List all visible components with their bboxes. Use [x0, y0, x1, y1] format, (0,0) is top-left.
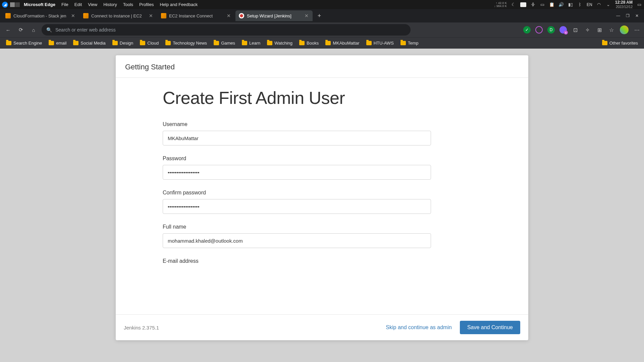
- menu-view[interactable]: View: [85, 2, 100, 7]
- extension-icon[interactable]: D: [547, 26, 555, 34]
- home-button[interactable]: ⌂: [29, 25, 38, 35]
- menu-edit[interactable]: Edit: [72, 2, 85, 7]
- close-icon[interactable]: ✕: [304, 13, 309, 18]
- wizard-header: Getting Started: [116, 55, 528, 78]
- aws-icon: [83, 13, 89, 18]
- bookmark-folder[interactable]: Books: [297, 39, 321, 47]
- workspace-tiles[interactable]: [10, 2, 20, 7]
- email-label: E-mail address: [163, 258, 488, 264]
- wifi-icon[interactable]: ◠: [596, 2, 602, 7]
- extensions-icon[interactable]: ✧: [584, 26, 591, 34]
- menu-tools[interactable]: Tools: [120, 2, 136, 7]
- minimize-button[interactable]: —: [616, 13, 621, 18]
- bluetooth-icon[interactable]: ᛒ: [577, 2, 583, 7]
- extension-badge-icon[interactable]: 6: [559, 26, 567, 34]
- menu-file[interactable]: File: [59, 2, 71, 7]
- new-tab-button[interactable]: +: [315, 11, 324, 20]
- confirm-password-field[interactable]: [163, 199, 431, 214]
- clipboard-icon[interactable]: 📋: [549, 2, 554, 7]
- close-icon[interactable]: ✕: [70, 13, 76, 18]
- app-name: Microsoft Edge: [24, 2, 55, 7]
- folder-icon: [242, 41, 247, 45]
- folder-icon: [299, 41, 305, 45]
- notifications-icon[interactable]: ⸎: [530, 2, 536, 7]
- camera-icon[interactable]: ⊡: [572, 26, 579, 34]
- maximize-button[interactable]: ❐: [625, 13, 630, 18]
- confirm-password-label: Confirm password: [163, 190, 488, 196]
- close-icon[interactable]: ✕: [226, 13, 231, 18]
- profile-avatar[interactable]: [620, 25, 629, 34]
- more-icon[interactable]: ⋯: [633, 26, 641, 34]
- refresh-button[interactable]: ⟳: [16, 25, 25, 35]
- bookmark-folder[interactable]: MKAbuMattar: [323, 39, 362, 47]
- bookmark-folder[interactable]: Games: [211, 39, 238, 47]
- menu-help[interactable]: Help and Feedback: [157, 2, 200, 7]
- page-title: Create First Admin User: [163, 88, 488, 108]
- password-field[interactable]: [163, 165, 431, 180]
- folder-icon: [366, 41, 372, 45]
- menu-profiles[interactable]: Profiles: [137, 2, 156, 7]
- bookmark-folder[interactable]: Search Engine: [3, 39, 45, 47]
- back-button[interactable]: ←: [3, 25, 13, 35]
- aws-icon: [161, 13, 166, 18]
- wizard-body[interactable]: Create First Admin User Username Passwor…: [116, 78, 528, 314]
- favorites-icon[interactable]: ☆: [608, 26, 615, 34]
- collections-icon[interactable]: ⊞: [596, 26, 603, 34]
- clock[interactable]: 12:28 AM 2022/12/12: [615, 0, 633, 8]
- fullname-field[interactable]: [163, 233, 431, 248]
- battery-icon[interactable]: ▮▯: [568, 2, 573, 7]
- folder-icon: [140, 41, 145, 45]
- bookmark-folder[interactable]: Temp: [398, 39, 421, 47]
- monitor-icon[interactable]: ▭: [540, 2, 545, 7]
- aws-icon: [5, 13, 11, 18]
- folder-icon: [49, 41, 54, 45]
- power-icon[interactable]: ▭: [637, 2, 642, 7]
- menu-history[interactable]: History: [101, 2, 119, 7]
- folder-icon: [400, 41, 406, 45]
- bookmark-folder[interactable]: Social Media: [70, 39, 108, 47]
- folder-icon: [6, 41, 11, 45]
- network-stats: ↑ 42.0 K↓ 984.0 K: [494, 2, 507, 8]
- chevron-down-icon[interactable]: ⌄: [606, 2, 611, 7]
- bookmark-folder[interactable]: Cloud: [137, 39, 161, 47]
- folder-icon: [325, 41, 331, 45]
- tab-jenkins-wizard[interactable]: Setup Wizard [Jenkins] ✕: [235, 10, 313, 21]
- bookmark-folder[interactable]: Design: [110, 39, 136, 47]
- folder-icon: [267, 41, 272, 45]
- folder-icon: [602, 41, 607, 45]
- moon-icon[interactable]: ☾: [511, 2, 516, 7]
- other-favorites[interactable]: Other favorites: [599, 39, 641, 47]
- skip-button[interactable]: Skip and continue as admin: [386, 324, 452, 330]
- tracker-icon[interactable]: [535, 26, 543, 34]
- save-continue-button[interactable]: Save and Continue: [460, 321, 520, 334]
- setup-wizard-dialog: Getting Started Create First Admin User …: [116, 55, 528, 340]
- shield-icon[interactable]: ✓: [523, 26, 531, 34]
- bookmark-folder[interactable]: Technology News: [163, 39, 210, 47]
- close-window-button[interactable]: ✕: [635, 13, 639, 18]
- browser-toolbar: ← ⟳ ⌂ 🔍 Search or enter web address ✓ D …: [0, 22, 644, 37]
- folder-icon: [214, 41, 219, 45]
- bookmark-folder[interactable]: email: [46, 39, 69, 47]
- jenkins-icon: [239, 13, 244, 18]
- tab-cloudformation[interactable]: CloudFormation - Stack jen ✕: [2, 10, 79, 21]
- close-icon[interactable]: ✕: [148, 13, 154, 18]
- language-indicator[interactable]: EN: [587, 2, 592, 7]
- bookmark-folder[interactable]: Watching: [264, 39, 295, 47]
- browser-tab-strip: CloudFormation - Stack jen ✕ Connect to …: [0, 9, 644, 22]
- tab-ec2-connect[interactable]: EC2 Instance Connect ✕: [158, 10, 235, 21]
- os-menu-bar: ◢ Microsoft Edge File Edit View History …: [0, 0, 644, 9]
- page-content: Getting Started Create First Admin User …: [0, 49, 644, 362]
- tab-connect-instance[interactable]: Connect to instance | EC2 ✕: [80, 10, 157, 21]
- bookmark-folder[interactable]: Learn: [239, 39, 263, 47]
- username-field[interactable]: [163, 131, 431, 145]
- tray-box-icon[interactable]: [520, 2, 526, 7]
- bookmarks-bar: Search Engine email Social Media Design …: [0, 37, 644, 49]
- volume-icon[interactable]: 🔊: [558, 2, 564, 7]
- jenkins-version: Jenkins 2.375.1: [124, 325, 159, 330]
- folder-icon: [73, 41, 78, 45]
- address-bar[interactable]: 🔍 Search or enter web address: [42, 24, 411, 36]
- folder-icon: [112, 41, 118, 45]
- folder-icon: [165, 41, 171, 45]
- bookmark-folder[interactable]: HTU-AWS: [364, 39, 396, 47]
- address-placeholder: Search or enter web address: [55, 27, 116, 33]
